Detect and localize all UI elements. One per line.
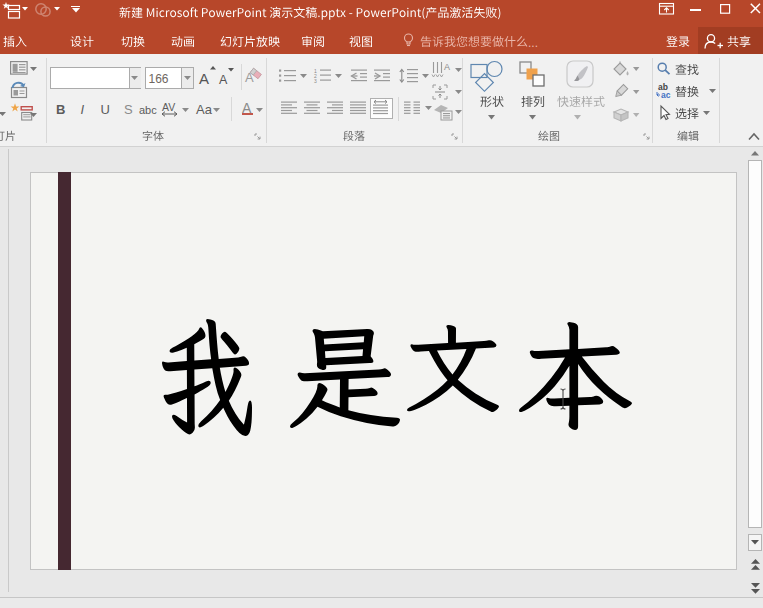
- svg-text:3: 3: [314, 78, 317, 84]
- svg-text:ac: ac: [661, 90, 671, 100]
- svg-text:A: A: [444, 62, 450, 72]
